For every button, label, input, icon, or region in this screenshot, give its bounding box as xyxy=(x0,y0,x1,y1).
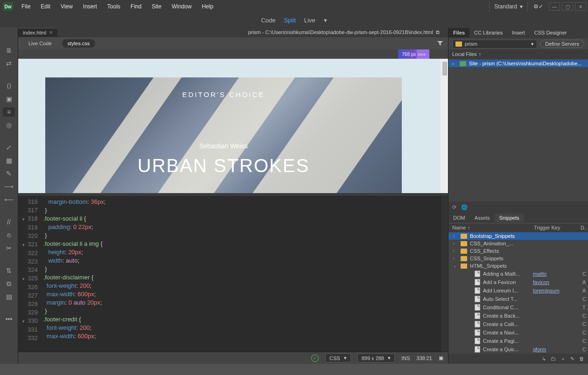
menu-site[interactable]: Site xyxy=(147,1,166,12)
menu-insert[interactable]: Insert xyxy=(78,1,102,12)
snippet-item[interactable]: Create a Pagi...C xyxy=(448,337,588,345)
wrap-tag-icon[interactable]: ⎋ xyxy=(3,230,14,240)
snippet-folder[interactable]: ›CSS_Snippets xyxy=(448,255,588,262)
local-files-header[interactable]: Local Files↑ xyxy=(448,49,588,59)
sync-settings-icon[interactable]: ⚙✓ xyxy=(530,3,547,10)
chevron-down-icon[interactable]: ▾ xyxy=(324,17,327,24)
menu-edit[interactable]: Edit xyxy=(36,1,55,12)
menu-find[interactable]: Find xyxy=(126,1,146,12)
snippet-item[interactable]: Create a Back...C xyxy=(448,312,588,320)
snippet-trigger-key: qform xyxy=(533,347,575,352)
menu-window[interactable]: Window xyxy=(167,1,196,12)
expand-icon[interactable]: › xyxy=(452,61,457,66)
language-dropdown[interactable]: CSS▾ xyxy=(325,354,351,362)
preview-scrollbar-thumb[interactable] xyxy=(442,62,447,76)
expand-icon[interactable]: › xyxy=(453,249,458,253)
window-maximize-button[interactable]: ▢ xyxy=(562,2,573,11)
document-tab[interactable]: index.html ✕ xyxy=(18,28,57,37)
move-css-icon[interactable]: ⇅ xyxy=(3,266,14,275)
recent-snippets-icon[interactable]: ✂ xyxy=(3,243,14,253)
menu-tools[interactable]: Tools xyxy=(103,1,125,12)
menu-file[interactable]: File xyxy=(17,1,35,12)
insert-snippet-icon[interactable]: ↳ xyxy=(542,356,546,362)
expand-icon[interactable]: › xyxy=(453,234,458,238)
panel-tab-snippets[interactable]: Snippets xyxy=(495,214,524,222)
related-files-icon[interactable]: ⧉ xyxy=(3,279,14,288)
view-tab-code[interactable]: Code xyxy=(261,17,275,24)
snippet-item[interactable]: Add Loreum I...loremipsumA xyxy=(448,286,588,295)
col-trigger-key[interactable]: Trigger Key xyxy=(530,223,577,232)
viewport-size-badge[interactable]: 768 px»»» xyxy=(398,49,429,59)
panel-tab-assets[interactable]: Assets xyxy=(470,214,495,222)
split-icon[interactable]: ⇄ xyxy=(3,59,14,68)
viewport-size-dropdown[interactable]: 899 x 288▾ xyxy=(357,354,395,362)
panel-tab-css-designer[interactable]: CSS Designer xyxy=(530,28,572,37)
status-ok-icon[interactable]: ✓ xyxy=(311,354,319,362)
refresh-icon[interactable]: ⟳ xyxy=(452,204,456,210)
insert-mode-label[interactable]: INS xyxy=(401,355,410,361)
file-mgmt-icon[interactable]: 🗎 xyxy=(3,46,14,55)
sync-icon[interactable]: 🌐 xyxy=(461,204,468,210)
snippet-item[interactable]: Create a Calli...C xyxy=(448,320,588,328)
panel-tab-insert[interactable]: Insert xyxy=(507,28,530,37)
new-snippet-folder-icon[interactable]: 🗀 xyxy=(551,356,556,361)
snippet-item[interactable]: Conditional C...T xyxy=(448,303,588,312)
indent-icon[interactable]: ⟶ xyxy=(3,182,14,191)
inspect-icon[interactable]: ◎ xyxy=(3,120,14,130)
live-view-icon[interactable]: ▣ xyxy=(3,94,14,104)
snippet-item[interactable]: Auto Select T...C xyxy=(448,295,588,303)
snippet-label: Create a Quic... xyxy=(483,347,530,352)
panel-tab-files[interactable]: Files xyxy=(448,28,469,37)
delete-snippet-icon[interactable]: 🗑 xyxy=(579,356,584,361)
snippet-item[interactable]: Add a FaviconfaviconA xyxy=(448,278,588,286)
code-editor[interactable]: 316 317▾ 318 319 320▾ 321 322 323 324▾ 3… xyxy=(18,196,448,352)
panel-tab-cc-libraries[interactable]: CC Libraries xyxy=(469,28,507,37)
outdent-icon[interactable]: ⟵ xyxy=(3,195,14,204)
expand-icon[interactable]: ⌄ xyxy=(453,264,458,268)
snippet-item[interactable]: Adding a Mailt...mailtoC xyxy=(448,270,588,278)
file-tree-root[interactable]: › Site - prism (C:\Users\nishkuma\Deskto… xyxy=(448,60,588,67)
expand-icon[interactable]: › xyxy=(453,241,458,246)
hero-image: EDITOR'S CHOICE Sebastian Weiss URBAN ST… xyxy=(45,77,402,193)
snippet-folder[interactable]: ⌄HTML_Snippets xyxy=(448,262,588,270)
snippet-item[interactable]: Create a Quic...qformC xyxy=(448,345,588,354)
col-name[interactable]: Name ↑ xyxy=(448,223,530,232)
window-minimize-button[interactable]: — xyxy=(549,2,560,11)
panel-tab-dom[interactable]: DOM xyxy=(448,214,470,222)
show-code-nav-icon[interactable]: ≡ xyxy=(3,107,15,117)
more-tools-icon[interactable]: ••• xyxy=(3,314,14,324)
snippet-desc-initial: C xyxy=(582,321,588,327)
menu-view[interactable]: View xyxy=(56,1,77,12)
collapse-icon[interactable]: ▤ xyxy=(3,292,14,301)
window-close-button[interactable]: ✕ xyxy=(575,2,586,11)
file-popout-icon[interactable]: ⧉ xyxy=(436,29,440,35)
expand-all-icon[interactable]: ⤢ xyxy=(3,143,14,152)
view-tab-split[interactable]: Split xyxy=(284,17,295,24)
edit-snippet-icon[interactable]: ✎ xyxy=(570,356,574,362)
site-dropdown[interactable]: prism ▾ xyxy=(452,40,537,49)
view-tab-live[interactable]: Live xyxy=(304,17,315,24)
close-tab-icon[interactable]: ✕ xyxy=(49,30,53,35)
code-tool-icon[interactable]: ⟨⟩ xyxy=(3,81,14,90)
filter-icon[interactable] xyxy=(437,40,443,47)
real-time-preview-icon[interactable]: ▣ xyxy=(439,355,443,361)
related-file-livecode[interactable]: Live Code xyxy=(23,39,57,48)
menu-help[interactable]: Help xyxy=(197,1,218,12)
comment-icon[interactable]: // xyxy=(3,217,14,227)
snippet-folder[interactable]: ›Bootstrap_Snippets xyxy=(448,232,588,240)
col-d[interactable]: D.. xyxy=(577,223,588,232)
related-file-stylescss[interactable]: styles.css xyxy=(62,39,96,48)
expand-icon[interactable]: › xyxy=(453,256,458,261)
live-preview-pane[interactable]: EDITOR'S CHOICE Sebastian Weiss URBAN ST… xyxy=(18,59,448,193)
define-servers-button[interactable]: Define Servers xyxy=(540,40,584,48)
snippet-folder[interactable]: ›CSS_Animation_... xyxy=(448,240,588,247)
snippet-item[interactable]: Create a Navi...C xyxy=(448,328,588,337)
format-source-icon[interactable]: ✎ xyxy=(3,169,14,178)
code-scrollbar-track[interactable] xyxy=(441,196,448,352)
workspace-switcher[interactable]: Standard ▾ xyxy=(489,1,528,12)
files-panel-tabs: Files CC Libraries Insert CSS Designer xyxy=(448,27,588,38)
snippet-folder[interactable]: ›CSS_Effects xyxy=(448,247,588,255)
select-parent-icon[interactable]: ▦ xyxy=(3,156,14,165)
new-snippet-icon[interactable]: ＋ xyxy=(560,355,566,362)
status-bar: ✓ CSS▾ 899 x 288▾ INS 338:21 ▣ xyxy=(18,352,448,364)
